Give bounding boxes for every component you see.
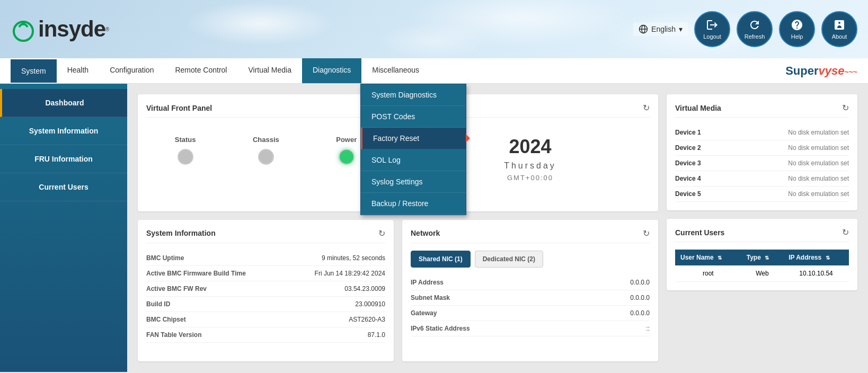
chassis-indicator: Chassis [253, 136, 279, 165]
cu-title: Current Users [675, 228, 724, 237]
diagnostics-menu: System Diagnostics POST Codes Factory Re… [360, 84, 466, 215]
tab-configuration[interactable]: Configuration [99, 58, 164, 83]
logo: insyde® [11, 16, 109, 42]
current-users-card: Current Users ↻ User Name ⇅ Type ⇅ IP Ad… [667, 219, 857, 290]
sysinfo-label-uptime: BMC Uptime [146, 254, 184, 262]
network-value-ip: 0.0.0.0 [630, 279, 650, 286]
sort-icon-ip: ⇅ [826, 255, 830, 261]
network-value-subnet: 0.0.0.0 [630, 294, 650, 301]
language-selector[interactable]: English ▾ [633, 22, 688, 36]
sidebar-item-dashboard[interactable]: Dashboard [0, 89, 127, 117]
sysinfo-label-buildid: Build ID [146, 300, 170, 308]
content-area: Virtual Front Panel ↻ Status Chassis Pow… [127, 84, 868, 372]
network-value-gateway: 0.0.0.0 [630, 309, 650, 317]
network-tabs: Shared NIC (1) Dedicated NIC (2) [411, 251, 650, 268]
vm-device-1: Device 1 No disk emulation set [675, 125, 849, 140]
status-light [178, 149, 193, 165]
vm-title: Virtual Media [675, 104, 721, 112]
datetime-year: 2024 [509, 136, 551, 158]
sysinfo-rows: BMC Uptime 9 minutes, 52 seconds Active … [146, 251, 385, 343]
logo-text: insyde [38, 16, 105, 42]
sidebar-item-current-users[interactable]: Current Users [0, 173, 127, 201]
vm-device-3-label: Device 3 [675, 159, 701, 167]
system-info-card: System Information ↻ BMC Uptime 9 minute… [138, 220, 394, 362]
network-label-ipv6: IPv6 Static Address [411, 325, 470, 332]
nav-area: System Health Configuration Remote Contr… [0, 58, 868, 84]
header-right: English ▾ Logout Refresh Help Abou [633, 11, 857, 47]
chassis-light [258, 149, 274, 165]
vm-device-5-label: Device 5 [675, 190, 701, 198]
network-tab-shared[interactable]: Shared NIC (1) [411, 251, 471, 268]
help-icon [791, 19, 803, 31]
logout-button[interactable]: Logout [694, 11, 730, 47]
sysinfo-title: System Information [146, 229, 216, 237]
sysinfo-value-fwrev: 03.54.23.0009 [344, 285, 385, 292]
vm-device-5-value: No disk emulation set [788, 190, 849, 198]
sysinfo-value-buildid: 23.000910 [355, 300, 385, 308]
power-label: Power [336, 136, 357, 144]
help-button[interactable]: Help [779, 11, 815, 47]
tab-remote-control[interactable]: Remote Control [164, 58, 237, 83]
cu-refresh-icon[interactable]: ↻ [842, 227, 849, 237]
network-value-ipv6: :: [646, 325, 650, 332]
users-col-type[interactable]: Type ⇅ [741, 250, 783, 265]
sysinfo-label-chipset: BMC Chipset [146, 316, 186, 323]
logout-icon [706, 19, 719, 31]
tab-miscellaneous[interactable]: Miscellaneous [361, 58, 430, 83]
vm-refresh-icon[interactable]: ↻ [842, 103, 849, 113]
chevron-down-icon: ▾ [679, 25, 683, 33]
network-label-gateway: Gateway [411, 309, 437, 317]
menu-item-factory-reset[interactable]: Factory Reset [361, 128, 466, 149]
sysinfo-header: System Information ↻ [146, 228, 385, 243]
chassis-label: Chassis [253, 136, 279, 144]
sysinfo-label-buildtime: Active BMC Firmware Build Time [146, 270, 246, 277]
network-row-ip: IP Address 0.0.0.0 [411, 275, 650, 290]
virtual-front-panel-card: Virtual Front Panel ↻ Status Chassis Pow… [138, 94, 394, 211]
sort-icon-type: ⇅ [765, 255, 769, 261]
refresh-icon [748, 19, 761, 31]
status-indicator: Status [175, 136, 196, 165]
network-label-subnet: Subnet Mask [411, 294, 450, 301]
datetime-refresh-icon[interactable]: ↻ [643, 103, 650, 113]
menu-item-syslog-settings[interactable]: Syslog Settings [361, 171, 466, 193]
refresh-button[interactable]: Refresh [737, 11, 773, 47]
vm-device-4-label: Device 4 [675, 175, 701, 182]
vm-device-3-value: No disk emulation set [788, 159, 849, 167]
menu-item-post-codes[interactable]: POST Codes [361, 106, 466, 128]
header: insyde® English ▾ Logout Refresh [0, 0, 868, 58]
network-rows: IP Address 0.0.0.0 Subnet Mask 0.0.0.0 G… [411, 275, 650, 336]
users-col-username[interactable]: User Name ⇅ [675, 250, 741, 265]
menu-item-sol-log[interactable]: SOL Log [361, 149, 466, 171]
about-button[interactable]: About [821, 11, 857, 47]
tab-system[interactable]: System [11, 59, 57, 83]
network-refresh-icon[interactable]: ↻ [643, 228, 650, 238]
network-row-ipv6: IPv6 Static Address :: [411, 321, 650, 336]
vfp-title: Virtual Front Panel [146, 104, 212, 112]
sysinfo-value-chipset: AST2620-A3 [349, 316, 385, 323]
users-table: User Name ⇅ Type ⇅ IP Address ⇅ root Web… [675, 250, 849, 282]
right-column: Virtual Media ↻ Device 1 No disk emulati… [667, 94, 857, 361]
vm-device-1-label: Device 1 [675, 129, 701, 136]
datetime-timezone: GMT+00:00 [507, 174, 553, 182]
users-col-ip[interactable]: IP Address ⇅ [783, 250, 849, 265]
tab-health[interactable]: Health [57, 58, 99, 83]
tab-diagnostics[interactable]: Diagnostics [302, 58, 361, 83]
sysinfo-row-fwrev: Active BMC FW Rev 03.54.23.0009 [146, 281, 385, 297]
tab-virtual-media[interactable]: Virtual Media [237, 58, 302, 83]
about-icon [833, 19, 846, 31]
menu-item-backup-restore[interactable]: Backup / Restore [361, 193, 466, 215]
insyde-logo-icon [11, 16, 36, 42]
sysinfo-refresh-icon[interactable]: ↻ [378, 228, 385, 238]
sidebar-item-system-information[interactable]: System Information [0, 117, 127, 145]
network-tab-dedicated[interactable]: Dedicated NIC (2) [475, 251, 543, 268]
table-row: root Web 10.10.10.54 [675, 265, 849, 282]
virtual-media-card: Virtual Media ↻ Device 1 No disk emulati… [667, 94, 857, 210]
vm-device-5: Device 5 No disk emulation set [675, 186, 849, 202]
sysinfo-value-buildtime: Fri Jun 14 18:29:42 2024 [315, 270, 385, 277]
menu-item-system-diagnostics[interactable]: System Diagnostics [361, 84, 466, 106]
user-row-username: root [675, 265, 741, 282]
sort-icon-username: ⇅ [718, 255, 722, 261]
sidebar-item-fru-information[interactable]: FRU Information [0, 145, 127, 173]
network-header: Network ↻ [411, 228, 650, 243]
vm-device-3: Device 3 No disk emulation set [675, 156, 849, 171]
